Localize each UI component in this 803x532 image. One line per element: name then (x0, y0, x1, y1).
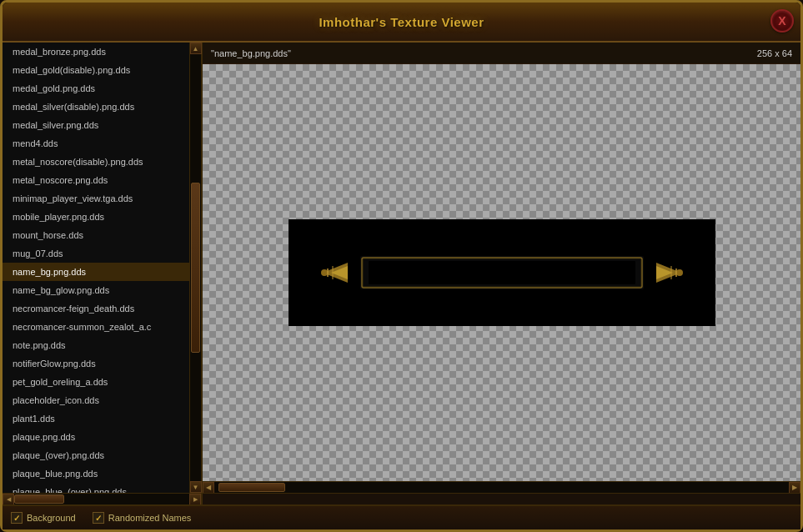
randomized-names-checkbox[interactable]: ✓ (93, 512, 104, 524)
background-check-icon: ✓ (13, 514, 20, 523)
file-list-item[interactable]: necromancer-summon_zealot_a.c (3, 318, 201, 336)
bottom-scroll-left-panel: ◀ ▶ (3, 494, 203, 504)
file-list-item[interactable]: plaque_(over).png.dds (3, 446, 201, 464)
texture-inner (289, 219, 715, 326)
file-list-item[interactable]: notifierGlow.png.dds (3, 354, 201, 373)
texture-filename: "name_bg.png.dds" (211, 48, 291, 58)
name-plate-svg (319, 239, 685, 306)
texture-panel: "name_bg.png.dds" 256 x 64 (203, 43, 800, 493)
svg-point-5 (321, 269, 328, 276)
scroll-up-arrow[interactable]: ▲ (190, 43, 202, 54)
file-list-scroll-left[interactable]: ◀ (3, 494, 14, 505)
randomized-names-checkbox-label: Randomized Names (108, 513, 192, 523)
file-list-item[interactable]: plaque_blue_(over).png.dds (3, 483, 201, 493)
file-list-item[interactable]: metal_noscore(disable).png.dds (3, 153, 201, 171)
scroll-down-arrow[interactable]: ▼ (190, 481, 202, 493)
scroll-track[interactable] (190, 54, 201, 481)
window-frame: Imhothar's Texture Viewer X medal_bronze… (0, 0, 803, 532)
file-list-item[interactable]: mug_07.dds (3, 244, 201, 263)
texture-scrollbar-h[interactable]: ◀ ▶ (203, 481, 800, 493)
bottom-toolbar: ✓ Background ✓ Randomized Names (3, 504, 800, 529)
title-bar: Imhothar's Texture Viewer X (3, 3, 800, 43)
background-checkbox-item[interactable]: ✓ Background (11, 512, 76, 524)
bottom-scroll-row: ◀ ▶ (3, 493, 800, 504)
file-list: medal_bronze.png.ddsmedal_gold(disable).… (3, 43, 201, 493)
svg-rect-14 (369, 261, 635, 284)
file-list-item[interactable]: medal_silver.png.dds (3, 116, 201, 134)
content-area: medal_bronze.png.ddsmedal_gold(disable).… (3, 43, 800, 529)
scroll-up-icon: ▲ (193, 45, 199, 53)
window-title: Imhothar's Texture Viewer (319, 15, 484, 29)
file-list-item[interactable]: plaque.png.dds (3, 428, 201, 446)
file-list-container: medal_bronze.png.ddsmedal_gold(disable).… (3, 43, 203, 493)
file-list-item[interactable]: note.png.dds (3, 336, 201, 354)
svg-point-10 (676, 269, 683, 276)
randomized-names-check-icon: ✓ (95, 514, 102, 523)
file-list-item[interactable]: pet_gold_oreling_a.dds (3, 373, 201, 391)
file-list-item[interactable]: medal_silver(disable).png.dds (3, 98, 201, 116)
scroll-thumb[interactable] (191, 183, 200, 354)
scroll-thumb-h[interactable] (218, 483, 285, 492)
file-list-scroll-right[interactable]: ▶ (189, 494, 201, 505)
background-checkbox[interactable]: ✓ (11, 512, 23, 524)
scroll-left-icon-2: ◀ (7, 496, 11, 503)
scroll-track-h[interactable] (214, 482, 789, 493)
texture-header: "name_bg.png.dds" 256 x 64 (203, 43, 800, 64)
scroll-left-icon: ◀ (206, 484, 211, 491)
file-list-item[interactable]: plaque_blue.png.dds (3, 464, 201, 483)
texture-viewport (203, 64, 800, 481)
scroll-down-icon: ▼ (193, 484, 199, 491)
file-list-item[interactable]: medal_gold(disable).png.dds (3, 61, 201, 79)
close-button[interactable]: X (770, 9, 794, 33)
scroll-right-arrow[interactable]: ▶ (789, 482, 800, 494)
randomized-names-checkbox-item[interactable]: ✓ Randomized Names (93, 512, 192, 524)
file-list-item[interactable]: placeholder_icon.dds (3, 391, 201, 409)
file-list-h-thumb[interactable] (14, 494, 64, 504)
file-list-item[interactable]: name_bg.png.dds (3, 263, 201, 281)
file-list-item[interactable]: name_bg_glow.png.dds (3, 281, 201, 299)
file-list-item[interactable]: necromancer-feign_death.dds (3, 299, 201, 318)
file-list-scroll[interactable]: medal_bronze.png.ddsmedal_gold(disable).… (3, 43, 201, 493)
file-list-scrollbar[interactable]: ▲ ▼ (189, 43, 201, 493)
bottom-scroll-right-panel (203, 494, 800, 504)
file-list-item[interactable]: metal_noscore.png.dds (3, 171, 201, 189)
file-list-item[interactable]: minimap_player_view.tga.dds (3, 189, 201, 208)
file-list-item[interactable]: medal_gold.png.dds (3, 79, 201, 98)
file-list-item[interactable]: mobile_player.png.dds (3, 208, 201, 226)
main-row: medal_bronze.png.ddsmedal_gold(disable).… (3, 43, 800, 493)
file-list-item[interactable]: mount_horse.dds (3, 226, 201, 244)
file-list-item[interactable]: mend4.dds (3, 134, 201, 153)
file-list-item[interactable]: plant1.dds (3, 409, 201, 428)
scroll-right-icon: ▶ (792, 484, 797, 491)
file-list-item[interactable]: medal_bronze.png.dds (3, 43, 201, 61)
background-checkbox-label: Background (27, 513, 76, 523)
scroll-right-icon-2: ▶ (193, 496, 198, 503)
texture-display (289, 219, 715, 326)
scroll-left-arrow[interactable]: ◀ (203, 482, 214, 494)
texture-dimensions: 256 x 64 (757, 48, 792, 58)
file-list-h-track[interactable] (14, 494, 189, 504)
